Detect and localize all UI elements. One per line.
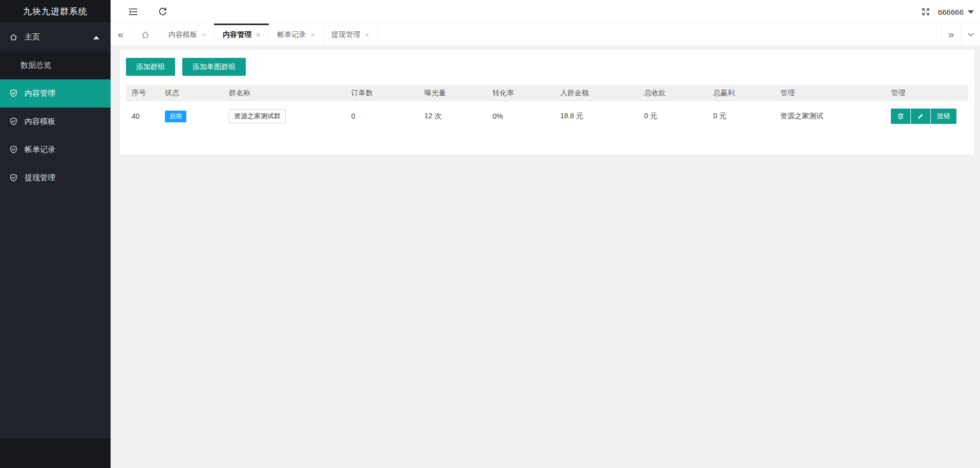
tabs-menu-button[interactable] [961, 24, 980, 46]
sidebar-item-withdraw-manage[interactable]: 提现管理 [0, 164, 111, 192]
cell-total-profit: 0 元 [708, 112, 775, 121]
cell-orders: 0 [346, 112, 419, 120]
close-icon[interactable]: × [365, 31, 369, 38]
shield-check-icon [9, 145, 18, 154]
sidebar-item-label: 帐单记录 [25, 145, 55, 155]
sidebar-item-label: 数据总览 [20, 60, 51, 70]
group-name-box[interactable]: 资源之家测试群 [229, 109, 286, 123]
tab-content-template[interactable]: 内容模板 × [160, 24, 215, 46]
chevron-down-icon [967, 31, 975, 39]
shield-check-icon [9, 174, 18, 182]
sidebar-item-content-manage[interactable]: 内容管理 [0, 79, 111, 108]
col-header-orders: 订单数 [346, 89, 419, 98]
caret-up-icon [93, 36, 99, 39]
status-badge: 启用 [165, 111, 186, 122]
tabbar-spacer [378, 24, 941, 46]
get-link-button[interactable]: 提链 [931, 109, 956, 124]
cell-manager: 资源之家测试 [775, 112, 885, 121]
tab-content-manage[interactable]: 内容管理 × [215, 24, 269, 46]
row-actions: 提链 [891, 109, 963, 124]
sidebar-item-data-overview[interactable]: 数据总览 [0, 51, 111, 79]
groups-table: 序号 状态 群名称 订单数 曝光量 转化率 入群金额 总收款 总赢利 管理 管理… [126, 84, 968, 131]
home-icon [9, 33, 18, 41]
sidebar-item-home[interactable]: 主页 [0, 23, 111, 51]
sidebar-item-label: 内容管理 [25, 89, 55, 98]
tab-bill-record[interactable]: 帐单记录 × [269, 24, 323, 46]
topbar: 666666 [111, 0, 980, 24]
col-header-status: 状态 [159, 89, 223, 98]
cell-index: 40 [126, 112, 159, 120]
toolbar: 添加群组 添加单图群组 [126, 58, 968, 76]
table-row: 40 启用 资源之家测试群 0 12 次 0% 18.8 元 0 元 0 元 资… [126, 101, 968, 131]
tab-label: 内容管理 [223, 30, 251, 39]
col-header-join-amount: 入群金额 [555, 89, 638, 98]
tabbar: « 内容模板 × 内容管理 × 帐单记录 × 提现管理 × » [111, 24, 980, 46]
fullscreen-icon[interactable] [921, 7, 931, 17]
sidebar-item-content-template[interactable]: 内容模板 [0, 108, 111, 136]
shield-check-icon [9, 117, 18, 126]
tabs-scroll-left-button[interactable]: « [111, 24, 131, 46]
content-panel: 添加群组 添加单图群组 序号 状态 群名称 订单数 曝光量 转化率 入群金额 总… [120, 50, 974, 155]
col-header-manager: 管理 [775, 89, 885, 98]
col-header-conversion: 转化率 [487, 89, 555, 98]
col-header-total-received: 总收款 [638, 89, 708, 98]
delete-button[interactable] [891, 109, 910, 124]
sidebar-item-label: 主页 [25, 32, 40, 42]
sidebar-item-bill-record[interactable]: 帐单记录 [0, 136, 111, 164]
caret-down-icon [968, 10, 974, 14]
tab-label: 帐单记录 [277, 30, 306, 39]
tabs-scroll-right-button[interactable]: » [941, 24, 961, 46]
user-menu[interactable]: 666666 [938, 0, 974, 24]
tab-label: 提现管理 [332, 30, 360, 39]
username: 666666 [938, 8, 964, 16]
add-single-image-group-button[interactable]: 添加单图群组 [182, 58, 246, 76]
edit-button[interactable] [911, 109, 930, 124]
sidebar: 九块九进群系统 主页 数据总览 内容管理 内容模板 [0, 0, 111, 468]
close-icon[interactable]: × [202, 31, 206, 38]
col-header-total-profit: 总赢利 [708, 89, 775, 98]
col-header-group-name: 群名称 [223, 89, 346, 98]
refresh-icon[interactable] [158, 7, 168, 17]
cell-join-amount: 18.8 元 [555, 112, 638, 121]
close-icon[interactable]: × [310, 31, 314, 38]
menu-fold-icon[interactable] [128, 7, 138, 17]
close-icon[interactable]: × [256, 31, 260, 38]
pencil-icon [917, 113, 924, 120]
cell-conversion: 0% [487, 112, 555, 120]
col-header-index: 序号 [126, 89, 159, 98]
tab-label: 内容模板 [168, 30, 197, 39]
col-header-actions: 管理 [885, 89, 963, 98]
sidebar-item-label: 提现管理 [25, 173, 55, 183]
cell-exposure: 12 次 [419, 112, 487, 121]
home-icon [141, 30, 150, 39]
tab-withdraw-manage[interactable]: 提现管理 × [324, 24, 378, 46]
app-window: 九块九进群系统 主页 数据总览 内容管理 内容模板 [0, 0, 980, 468]
sidebar-item-label: 内容模板 [25, 117, 55, 126]
app-title: 九块九进群系统 [0, 0, 111, 23]
add-group-button[interactable]: 添加群组 [126, 58, 175, 76]
trash-icon [897, 113, 904, 120]
col-header-exposure: 曝光量 [419, 89, 487, 98]
tab-home[interactable] [131, 24, 160, 46]
table-header-row: 序号 状态 群名称 订单数 曝光量 转化率 入群金额 总收款 总赢利 管理 管理 [126, 84, 968, 101]
cell-total-received: 0 元 [638, 112, 708, 121]
sidebar-footer [0, 438, 111, 468]
shield-check-icon [9, 89, 18, 98]
